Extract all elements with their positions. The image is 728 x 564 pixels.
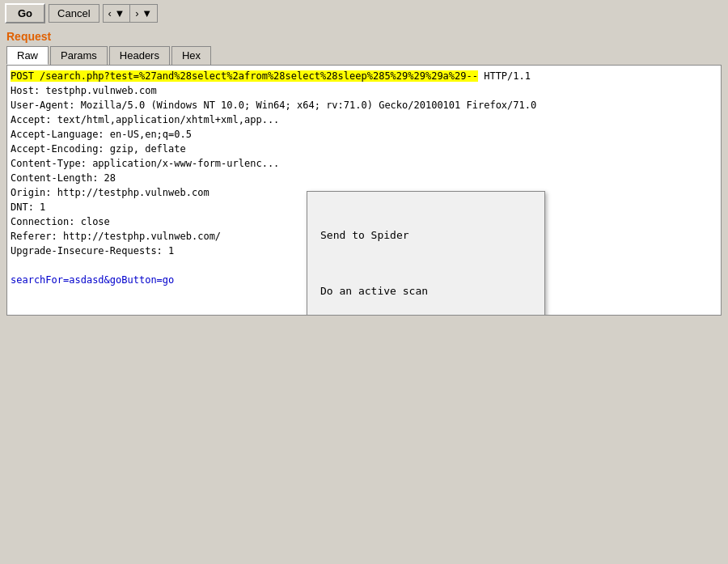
context-menu: Send to Spider Do an active scan Send to…: [307, 191, 545, 316]
tabs: Raw Params Headers Hex: [6, 46, 722, 65]
toolbar: Go Cancel ‹ ▼ › ▼: [0, 0, 728, 27]
nav-group: ‹ ▼ › ▼: [103, 4, 159, 23]
forward-button[interactable]: › ▼: [129, 4, 158, 23]
tab-params[interactable]: Params: [50, 46, 108, 65]
go-button[interactable]: Go: [5, 3, 45, 23]
back-button[interactable]: ‹ ▼: [103, 4, 130, 23]
menu-item-send-to-spider[interactable]: Send to Spider: [307, 223, 544, 248]
request-title: Request: [6, 30, 722, 43]
request-content[interactable]: POST /search.php?test=%27and%28select%2a…: [6, 65, 722, 316]
cancel-button[interactable]: Cancel: [49, 4, 99, 23]
tab-hex[interactable]: Hex: [171, 46, 211, 65]
menu-item-active-scan[interactable]: Do an active scan: [307, 279, 544, 303]
tab-raw[interactable]: Raw: [6, 46, 49, 65]
request-section: Request Raw Params Headers Hex POST /sea…: [0, 27, 728, 316]
tab-headers[interactable]: Headers: [109, 46, 170, 65]
